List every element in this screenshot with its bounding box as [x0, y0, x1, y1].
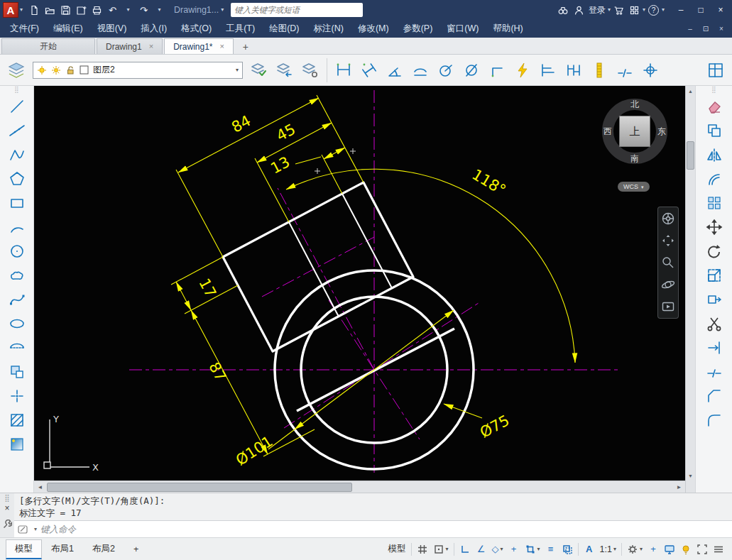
sign-in-button[interactable] [572, 2, 586, 18]
plot-button[interactable] [89, 2, 104, 18]
layout-tab-model[interactable]: 模型 [6, 539, 42, 559]
construction-line-tool[interactable] [5, 119, 29, 141]
tolerance-button[interactable] [638, 57, 662, 83]
login-label[interactable]: 登录 [589, 4, 606, 16]
annotation-scale-button[interactable]: 1:1▾ [598, 541, 618, 558]
apps-button[interactable] [627, 2, 642, 18]
snap-mode-button[interactable]: ▾ [431, 541, 451, 558]
command-input[interactable] [40, 524, 728, 534]
fillet-tool[interactable] [702, 409, 726, 431]
menu-edit[interactable]: 编辑(E) [46, 20, 90, 38]
offset-tool[interactable] [702, 168, 726, 190]
polyline-tool[interactable] [5, 143, 29, 165]
layout-tab-1[interactable]: 布局1 [42, 539, 83, 559]
showmotion-button[interactable] [661, 300, 675, 314]
scroll-right-arrow[interactable]: ► [673, 481, 685, 493]
viewcube-south-label[interactable]: 南 [630, 153, 639, 165]
grid-display-button[interactable] [415, 541, 430, 558]
insert-block-tool[interactable] [5, 361, 29, 383]
zoom-button[interactable] [661, 256, 675, 270]
undo-dropdown-button[interactable]: ▾ [121, 2, 136, 18]
scroll-down-arrow[interactable]: ▼ [686, 471, 695, 481]
help-button[interactable]: ? [646, 2, 661, 18]
new-file-button[interactable] [27, 2, 42, 18]
dim-arc-length-button[interactable] [408, 57, 432, 83]
steering-wheel-button[interactable] [661, 212, 675, 226]
transparency-button[interactable] [559, 541, 575, 558]
layout-tab-2[interactable]: 布局2 [83, 539, 124, 559]
ortho-mode-button[interactable] [457, 541, 473, 558]
isolate-objects-button[interactable] [678, 541, 694, 558]
break-tool[interactable] [702, 361, 726, 383]
horizontal-scroll-thumb[interactable] [47, 483, 352, 492]
copy-tool[interactable] [702, 119, 726, 141]
command-close-icon[interactable]: × [4, 504, 9, 512]
menu-parametric[interactable]: 参数(P) [396, 20, 440, 38]
close-button[interactable]: × [711, 1, 731, 19]
pan-button[interactable] [661, 234, 675, 248]
lineweight-button[interactable]: ≡ [543, 541, 559, 558]
dim-baseline-button[interactable] [536, 57, 560, 83]
app-store-button[interactable] [611, 2, 626, 18]
erase-tool[interactable] [702, 95, 726, 117]
model-space-button[interactable]: 模型 [386, 541, 408, 558]
login-caret-icon[interactable]: ▾ [608, 7, 611, 13]
menu-dimension[interactable]: 标注(N) [307, 20, 351, 38]
command-customize-button[interactable] [2, 520, 12, 532]
apps-caret-icon[interactable]: ▾ [643, 7, 645, 13]
menu-help[interactable]: 帮助(H) [486, 20, 530, 38]
layer-previous-button[interactable] [273, 57, 297, 83]
dim-linear-button[interactable] [332, 57, 356, 83]
dim-angular-button[interactable] [383, 57, 407, 83]
search-button[interactable] [556, 2, 571, 18]
drawing-svg[interactable]: 84 45 13 17 87 Ø101 Ø75 118° [34, 86, 685, 481]
graphics-performance-button[interactable] [662, 541, 677, 558]
wcs-dropdown[interactable]: WCS ▾ [618, 182, 650, 192]
tab-close-icon[interactable]: × [220, 43, 224, 50]
circle-tool[interactable] [5, 240, 29, 262]
tab-start[interactable]: 开始 [1, 38, 95, 54]
move-tool[interactable] [702, 216, 726, 238]
object-snap-button[interactable]: ▾ [523, 541, 542, 558]
annotation-visibility-button[interactable]: A [581, 541, 597, 558]
viewcube-top-face[interactable]: 上 [619, 116, 650, 147]
search-input[interactable] [234, 6, 359, 14]
doc-close-button[interactable]: × [714, 22, 729, 36]
redo-dropdown-button[interactable]: ▾ [152, 2, 167, 18]
new-tab-button[interactable]: + [238, 40, 253, 54]
menu-draw[interactable]: 绘图(D) [262, 20, 306, 38]
quick-dimension-button[interactable] [510, 57, 535, 83]
revision-cloud-tool[interactable] [5, 264, 29, 286]
scale-tool[interactable] [702, 264, 726, 286]
vertical-scroll-thumb[interactable] [687, 141, 694, 170]
rotate-tool[interactable] [702, 240, 726, 262]
viewcube-north-label[interactable]: 北 [630, 99, 639, 111]
save-button[interactable] [58, 2, 73, 18]
line-tool[interactable] [5, 95, 29, 117]
help-caret-icon[interactable]: ▾ [662, 7, 665, 13]
menu-insert[interactable]: 插入(I) [133, 20, 174, 38]
stretch-tool[interactable] [702, 288, 726, 310]
command-options-caret-icon[interactable]: ▾ [34, 527, 37, 532]
doc-minimize-button[interactable]: – [682, 22, 698, 36]
chamfer-tool[interactable] [702, 385, 726, 407]
layer-dropdown[interactable]: 图层2 ▾ [33, 62, 243, 79]
app-menu-button[interactable]: A ▾ [0, 1, 26, 19]
model-canvas[interactable]: 84 45 13 17 87 Ø101 Ø75 118° [34, 86, 685, 481]
viewcube[interactable]: 北 南 西 东 上 [601, 97, 669, 165]
polar-tracking-button[interactable]: ∠ [474, 541, 489, 558]
scroll-left-arrow[interactable]: ◄ [34, 481, 46, 493]
object-snap-tracking-button[interactable]: + [506, 541, 522, 558]
menu-tools[interactable]: 工具(T) [219, 20, 262, 38]
dim-ordinate-button[interactable] [485, 57, 509, 83]
doc-restore-button[interactable]: ⊡ [698, 22, 714, 36]
clean-screen-button[interactable] [694, 541, 710, 558]
open-file-button[interactable] [43, 2, 58, 18]
dim-continue-button[interactable] [562, 57, 586, 83]
workspace-switching-button[interactable]: ▾ [625, 541, 645, 558]
toolbar-grip-handle[interactable]: ⣿ [711, 87, 716, 93]
menu-format[interactable]: 格式(O) [174, 20, 219, 38]
ellipse-arc-tool[interactable] [5, 336, 29, 358]
new-layout-button[interactable]: + [124, 541, 148, 558]
mirror-tool[interactable] [702, 143, 726, 165]
